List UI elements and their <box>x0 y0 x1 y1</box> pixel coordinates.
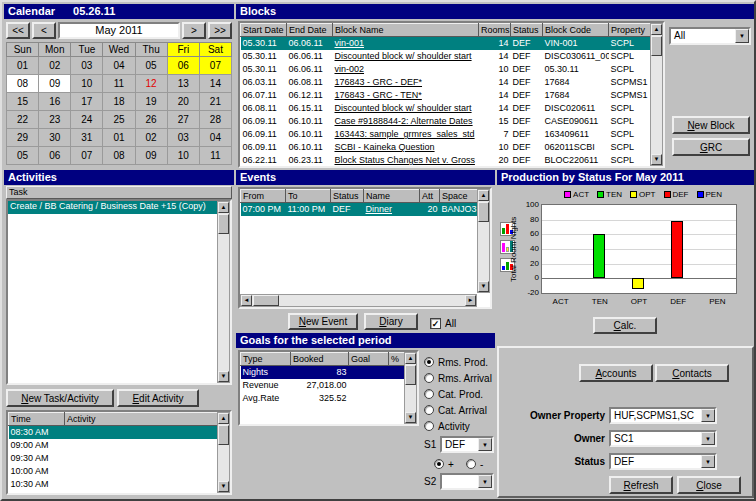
calendar-day[interactable]: 16 <box>39 93 71 111</box>
calendar-day[interactable]: 28 <box>199 111 231 129</box>
calendar-day[interactable]: 14 <box>199 75 231 93</box>
block-row[interactable]: 05.30.1106.06.11vin-00114DEFVIN-001SCPL <box>241 37 651 50</box>
calendar-day[interactable]: 22 <box>7 111 39 129</box>
grc-button[interactable]: GRC <box>672 138 750 156</box>
calendar-day[interactable]: 04 <box>103 57 135 75</box>
calendar-day[interactable]: 10 <box>71 75 103 93</box>
new-event-button[interactable]: New Event <box>288 313 358 330</box>
dropdown-arrow-icon[interactable]: ▼ <box>701 455 715 468</box>
calendar-day[interactable]: 18 <box>103 93 135 111</box>
radio-cat-arrival[interactable]: Cat. Arrival <box>424 403 487 416</box>
block-name[interactable]: 176843 - GRC - DEF* <box>333 76 479 89</box>
calendar-day[interactable]: 20 <box>167 93 199 111</box>
calendar-day[interactable]: 07 <box>71 147 103 165</box>
calendar-day[interactable]: 09 <box>135 147 167 165</box>
calendar-day[interactable]: 29 <box>7 129 39 147</box>
next-year-button[interactable]: >> <box>208 22 232 39</box>
radio-cat-prod[interactable]: Cat. Prod. <box>424 387 483 400</box>
calendar-day[interactable]: 17 <box>71 93 103 111</box>
calendar-day[interactable]: 02 <box>39 57 71 75</box>
prev-month-button[interactable]: < <box>32 22 56 39</box>
scrollbar-thumb[interactable] <box>405 365 416 385</box>
calendar-day[interactable]: 11 <box>103 75 135 93</box>
block-name[interactable]: SCBI - Kaineka Question <box>333 141 479 154</box>
event-name[interactable]: Dinner <box>364 203 420 216</box>
diary-button[interactable]: Diary <box>364 313 418 330</box>
calc-button[interactable]: Calc. <box>593 317 657 334</box>
goal-row[interactable]: Avg.Rate325.52 <box>241 392 405 405</box>
block-row[interactable]: 06.09.1106.10.11SCBI - Kaineka Question1… <box>241 141 651 154</box>
calendar-day[interactable]: 05 <box>135 57 167 75</box>
calendar-day[interactable]: 01 <box>7 57 39 75</box>
prev-year-button[interactable]: << <box>6 22 30 39</box>
scroll-up-icon[interactable]: ▲ <box>218 413 229 424</box>
calendar-day[interactable]: 02 <box>135 129 167 147</box>
calendar-day[interactable]: 08 <box>103 147 135 165</box>
scroll-up-icon[interactable]: ▲ <box>478 190 489 201</box>
block-name[interactable]: 176843 - GRC - TEN* <box>333 89 479 102</box>
s2-combo[interactable]: ▼ <box>440 473 494 490</box>
dropdown-arrow-icon[interactable]: ▼ <box>735 29 749 43</box>
block-name[interactable]: Block Status Changes Net v. Gross <box>333 154 479 167</box>
scroll-down-icon[interactable]: ▼ <box>478 281 489 292</box>
new-block-button[interactable]: New Block <box>672 116 750 134</box>
scroll-down-icon[interactable]: ▼ <box>218 481 229 492</box>
scroll-down-icon[interactable]: ▼ <box>405 412 416 423</box>
schedule-row[interactable]: 09:00 AM <box>9 439 218 452</box>
block-row[interactable]: 06.09.1106.10.11Case #9188844-2: Alterna… <box>241 115 651 128</box>
new-task-activity-button[interactable]: New Task/Activity <box>6 389 114 407</box>
dropdown-arrow-icon[interactable]: ▼ <box>701 432 715 445</box>
calendar-day[interactable]: 27 <box>167 111 199 129</box>
task-item[interactable]: Create / BB Catering / Business Date +15… <box>8 201 217 214</box>
calendar-day[interactable]: 26 <box>135 111 167 129</box>
block-row[interactable]: 05.30.1106.06.11Discounted block w/ shou… <box>241 50 651 63</box>
event-row[interactable]: 07:00 PM 11:00 PM DEF Dinner 20 BANJO3 <box>241 203 478 216</box>
calendar-day[interactable]: 05 <box>7 147 39 165</box>
refresh-button[interactable]: Refresh <box>609 476 673 494</box>
block-name[interactable]: Discounted block w/ shoulder start <box>333 102 479 115</box>
block-name[interactable]: vin-002 <box>333 63 479 76</box>
calendar-day[interactable]: 07 <box>199 57 231 75</box>
scrollbar-thumb[interactable] <box>651 36 662 56</box>
dropdown-arrow-icon[interactable]: ▼ <box>701 409 715 422</box>
owner-property-combo[interactable]: HUF,SCPMS1,SC ▼ <box>609 407 717 424</box>
schedule-row[interactable]: 10:00 AM <box>9 465 218 478</box>
calendar-day[interactable]: 01 <box>103 129 135 147</box>
calendar-day[interactable]: 04 <box>199 129 231 147</box>
goal-row[interactable]: Nights83 <box>241 366 405 379</box>
calendar-day[interactable]: 12 <box>135 75 167 93</box>
scrollbar-thumb[interactable] <box>478 202 489 222</box>
calendar-day[interactable]: 08 <box>7 75 39 93</box>
scroll-up-icon[interactable]: ▲ <box>405 353 416 364</box>
radio-minus[interactable]: - <box>466 457 483 470</box>
scroll-up-icon[interactable]: ▲ <box>651 24 662 35</box>
goal-row[interactable]: Revenue27,018.00 <box>241 379 405 392</box>
block-name[interactable]: vin-001 <box>333 37 479 50</box>
close-button[interactable]: Close <box>677 476 741 494</box>
schedule-row[interactable]: 08:30 AM <box>9 426 218 439</box>
scrollbar-thumb[interactable] <box>218 214 229 234</box>
schedule-scrollbar[interactable]: ▲ ▼ <box>217 412 230 493</box>
block-name[interactable]: Discounted block w/ shoulder start <box>333 50 479 63</box>
calendar-day[interactable]: 23 <box>39 111 71 129</box>
calendar-day[interactable]: 06 <box>167 57 199 75</box>
events-hscrollbar[interactable]: ◄ ► <box>240 294 477 307</box>
calendar-day[interactable]: 30 <box>39 129 71 147</box>
calendar-day[interactable]: 06 <box>39 147 71 165</box>
calendar-day[interactable]: 25 <box>103 111 135 129</box>
dropdown-arrow-icon[interactable]: ▼ <box>478 438 492 451</box>
calendar-day[interactable]: 15 <box>7 93 39 111</box>
events-vscrollbar[interactable]: ▲ ▼ <box>477 189 490 293</box>
task-list-scrollbar[interactable]: ▲ ▼ <box>217 201 230 383</box>
next-month-button[interactable]: > <box>182 22 206 39</box>
schedule-row[interactable]: 09:30 AM <box>9 452 218 465</box>
block-row[interactable]: 05.30.1106.06.11vin-00210DEF05.30.11SCPL <box>241 63 651 76</box>
calendar-day[interactable]: 03 <box>167 129 199 147</box>
radio-activity[interactable]: Activity <box>424 419 470 432</box>
dropdown-arrow-icon[interactable]: ▼ <box>478 475 492 488</box>
scrollbar-thumb[interactable] <box>253 295 279 306</box>
edit-activity-button[interactable]: Edit Activity <box>117 389 199 407</box>
calendar-day[interactable]: 09 <box>39 75 71 93</box>
block-row[interactable]: 06.22.1106.23.11Block Status Changes Net… <box>241 154 651 167</box>
blocks-scrollbar[interactable]: ▲ ▼ <box>650 23 663 166</box>
